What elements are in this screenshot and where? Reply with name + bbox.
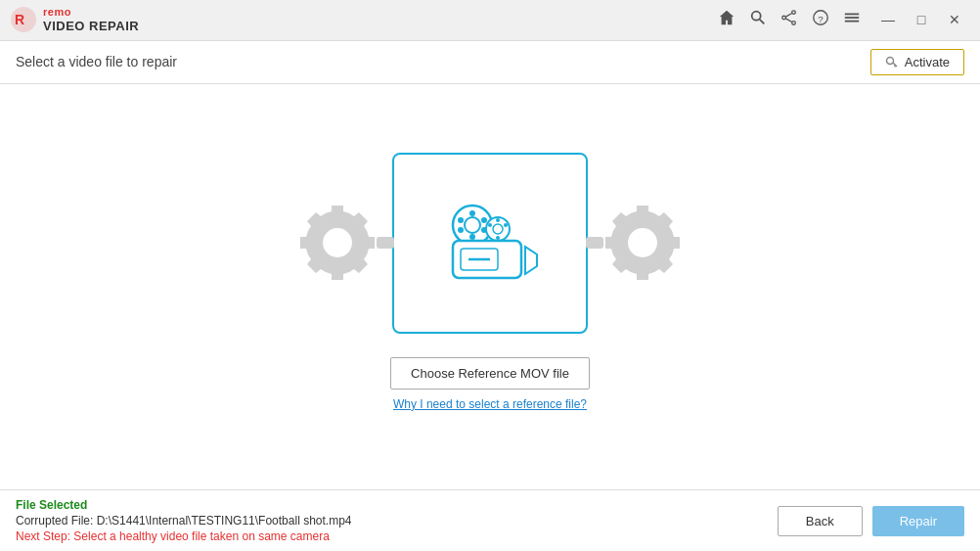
svg-point-24 <box>458 227 464 233</box>
why-reference-link[interactable]: Why I need to select a reference file? <box>393 397 587 411</box>
menu-icon[interactable] <box>843 9 861 30</box>
bottom-bar: File Selected Corrupted File: D:\S1441\I… <box>0 489 980 551</box>
svg-point-23 <box>481 217 487 223</box>
svg-point-19 <box>465 217 480 233</box>
svg-point-22 <box>458 217 464 223</box>
svg-point-28 <box>496 218 500 222</box>
svg-point-27 <box>493 224 503 234</box>
svg-line-7 <box>785 14 791 18</box>
svg-rect-11 <box>845 14 859 16</box>
page-title: Select a video file to repair <box>16 54 177 69</box>
file-selected-label: File Selected <box>16 498 778 512</box>
choose-reference-button[interactable]: Choose Reference MOV file <box>390 357 590 390</box>
help-icon[interactable]: ? <box>812 9 829 30</box>
key-icon <box>885 55 899 69</box>
app-title: remo VIDEO REPAIR <box>43 6 139 34</box>
header-bar: Select a video file to repair Activate <box>0 41 980 84</box>
window-controls[interactable]: — □ ✕ <box>872 8 970 31</box>
svg-point-31 <box>504 223 508 227</box>
svg-point-2 <box>752 12 761 21</box>
camera-icon <box>431 194 549 292</box>
svg-point-5 <box>792 22 796 25</box>
svg-point-20 <box>469 210 475 216</box>
titlebar: R remo VIDEO REPAIR ? — □ <box>0 0 980 41</box>
svg-point-17 <box>323 228 352 257</box>
svg-point-36 <box>628 228 657 257</box>
logo-area: R remo VIDEO REPAIR <box>10 6 139 34</box>
svg-rect-12 <box>845 17 859 19</box>
svg-rect-13 <box>845 21 859 23</box>
svg-point-29 <box>496 236 500 240</box>
left-gear-icon <box>298 204 377 282</box>
home-icon[interactable] <box>718 9 735 30</box>
repair-button[interactable]: Repair <box>872 506 964 536</box>
share-icon[interactable] <box>780 9 798 30</box>
svg-point-14 <box>886 58 893 65</box>
close-button[interactable]: ✕ <box>939 8 970 31</box>
next-step-hint: Next Step: Select a healthy video file t… <box>16 529 778 543</box>
svg-point-21 <box>469 234 475 240</box>
illustration-area <box>298 153 682 334</box>
main-content: Choose Reference MOV file Why I need to … <box>0 84 980 489</box>
right-gear-icon <box>603 204 682 282</box>
maximize-button[interactable]: □ <box>906 8 937 31</box>
svg-line-8 <box>785 19 791 23</box>
video-drop-box[interactable] <box>392 153 588 334</box>
svg-text:?: ? <box>818 14 824 24</box>
titlebar-icon-group: ? <box>718 9 861 30</box>
app-logo-icon: R <box>10 6 37 33</box>
file-info-area: File Selected Corrupted File: D:\S1441\I… <box>16 498 778 543</box>
back-button[interactable]: Back <box>778 506 863 536</box>
svg-point-30 <box>488 223 492 227</box>
search-icon[interactable] <box>749 9 767 30</box>
svg-text:R: R <box>15 12 24 27</box>
svg-line-3 <box>760 20 765 24</box>
svg-marker-35 <box>525 247 537 274</box>
minimize-button[interactable]: — <box>872 8 904 31</box>
svg-point-4 <box>792 11 796 15</box>
bottom-buttons: Back Repair <box>778 506 964 536</box>
left-connector <box>377 237 394 249</box>
svg-point-6 <box>782 17 786 21</box>
corrupted-file-path: Corrupted File: D:\S1441\Internal\TESTIN… <box>16 514 778 528</box>
right-connector <box>586 237 603 249</box>
activate-button[interactable]: Activate <box>870 49 964 75</box>
